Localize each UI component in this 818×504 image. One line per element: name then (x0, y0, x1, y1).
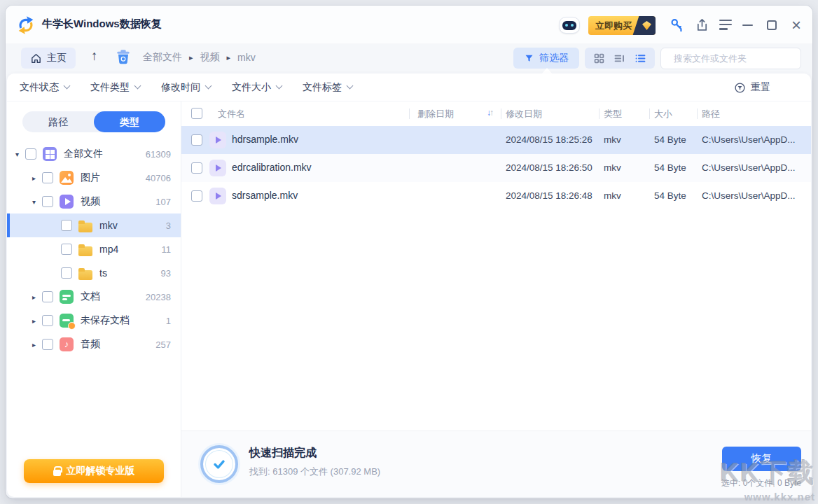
sidebar-tabs: 路径 类型 (22, 111, 165, 132)
column-header-type[interactable]: 类型 (604, 108, 622, 120)
column-header-modified-date[interactable]: 修改日期 (506, 108, 542, 120)
file-type: mkv (604, 162, 621, 173)
grid-view-icon[interactable] (592, 50, 607, 66)
scan-complete-check-icon (200, 445, 238, 483)
tree-item-label: 视频 (81, 195, 155, 208)
table-row[interactable]: hdrsample.mkv 2024/08/15 18:25:26 mkv 54… (181, 126, 811, 154)
selection-info: 选中: 0个文件, 0 Byte (721, 477, 801, 489)
checkbox[interactable] (61, 244, 72, 255)
scan-status-title: 快速扫描完成 (249, 446, 317, 461)
breadcrumb-mkv[interactable]: mkv (237, 52, 256, 63)
checkbox[interactable] (61, 267, 72, 279)
table-row[interactable]: sdrsample.mkv 2024/08/15 18:26:48 mkv 54… (181, 182, 811, 210)
breadcrumb-video[interactable]: 视频 (200, 51, 220, 64)
collapse-arrow-icon[interactable]: ▾ (32, 198, 42, 206)
checkbox[interactable] (42, 339, 53, 350)
tree-item-count: 257 (155, 340, 171, 350)
column-header-path[interactable]: 路径 (702, 108, 720, 120)
expand-arrow-icon[interactable]: ▸ (32, 174, 42, 182)
chevron-down-icon (64, 83, 71, 90)
tree-item-count: 20238 (146, 292, 171, 302)
checkbox[interactable] (191, 190, 202, 202)
filter-file-type[interactable]: 文件类型 (90, 81, 140, 94)
assistant-robot-icon[interactable] (558, 16, 581, 34)
collapse-arrow-icon[interactable]: ▾ (15, 150, 25, 158)
filter-file-status[interactable]: 文件状态 (20, 81, 69, 94)
column-divider (501, 108, 501, 119)
maximize-button[interactable] (763, 17, 780, 34)
tab-type[interactable]: 类型 (94, 111, 165, 132)
reset-icon (734, 82, 746, 94)
filter-modified-time[interactable]: 修改时间 (161, 81, 211, 94)
unlock-pro-button[interactable]: 立即解锁专业版 (24, 459, 164, 483)
filter-file-size[interactable]: 文件大小 (232, 81, 282, 94)
sidebar: 路径 类型 ▾ 全部文件 61309 ▸ 图片 (7, 102, 181, 497)
buy-now-button[interactable]: 立即购买 (588, 16, 656, 35)
minimize-button[interactable] (739, 17, 756, 34)
tree-item-all-files[interactable]: ▾ 全部文件 61309 (7, 142, 181, 166)
tree-item-count: 40706 (146, 173, 171, 183)
sort-icons[interactable]: ↓↑ (487, 108, 492, 118)
tree-item-audio[interactable]: ▸ 音频 257 (7, 332, 181, 356)
checkbox[interactable] (42, 315, 53, 326)
expand-arrow-icon[interactable]: ▸ (32, 317, 42, 325)
checkbox[interactable] (42, 291, 53, 302)
filter-label: 文件大小 (232, 81, 271, 94)
tree-item-count: 107 (155, 197, 171, 207)
tree-item-images[interactable]: ▸ 图片 40706 (7, 166, 181, 190)
share-icon[interactable] (695, 18, 710, 33)
list-view-icon[interactable] (612, 50, 628, 66)
menu-icon[interactable] (719, 20, 735, 35)
modified-date: 2024/08/15 18:26:48 (506, 190, 592, 201)
checkbox[interactable] (191, 134, 202, 146)
checkbox[interactable] (61, 220, 72, 231)
search-input[interactable] (674, 53, 797, 64)
go-up-icon[interactable]: ↑ (91, 48, 98, 64)
tree-item-mkv[interactable]: mkv 3 (7, 214, 181, 237)
checkbox[interactable] (42, 172, 53, 183)
recycle-bin-icon[interactable] (114, 48, 134, 69)
tree-item-mp4[interactable]: mp4 11 (7, 237, 181, 261)
detail-view-icon[interactable] (632, 50, 648, 66)
checkbox[interactable] (42, 196, 53, 207)
tree-item-video[interactable]: ▾ 视频 107 (7, 190, 181, 214)
app-window: 牛学长Windows数据恢复 立即购买 (6, 6, 812, 498)
checkbox[interactable] (25, 148, 36, 160)
table-row[interactable]: edrcalibration.mkv 2024/08/15 18:26:50 m… (181, 154, 811, 182)
column-header-size[interactable]: 大小 (654, 108, 672, 120)
reset-filters-button[interactable]: 重置 (734, 74, 770, 102)
close-button[interactable]: × (788, 17, 805, 34)
view-mode-toggle (585, 48, 655, 69)
expand-arrow-icon[interactable]: ▸ (32, 341, 42, 349)
tab-path[interactable]: 路径 (22, 111, 94, 132)
filter-file-tag[interactable]: 文件标签 (303, 81, 352, 94)
unsaved-document-type-icon (60, 314, 74, 328)
tree-item-documents[interactable]: ▸ 文档 20238 (7, 285, 181, 309)
toolbar: 主页 ↑ 全部文件 ▸ 视频 ▸ mkv (6, 43, 812, 73)
home-button[interactable]: 主页 (21, 48, 76, 69)
column-divider (649, 108, 650, 119)
filter-button[interactable]: 筛选器 (513, 48, 579, 69)
breadcrumb-separator-icon: ▸ (227, 53, 231, 62)
checkbox[interactable] (191, 162, 202, 174)
image-type-icon (60, 171, 74, 185)
breadcrumb-all-files[interactable]: 全部文件 (143, 51, 182, 64)
tree-item-label: mp4 (99, 244, 162, 255)
tree-item-ts[interactable]: ts 93 (7, 261, 181, 285)
tree-item-unsaved-documents[interactable]: ▸ 未保存文档 1 (7, 309, 181, 332)
table-header: 文件名 删除日期 ↓↑ 修改日期 类型 大小 路径 (181, 102, 811, 126)
filter-bar: 文件状态 文件类型 修改时间 文件大小 文件标签 (7, 74, 811, 102)
column-divider (697, 108, 698, 119)
select-all-checkbox[interactable] (191, 108, 202, 119)
file-name: sdrsample.mkv (232, 190, 298, 201)
modified-date: 2024/08/15 18:25:26 (506, 134, 592, 145)
content-panel: 文件状态 文件类型 修改时间 文件大小 文件标签 (7, 74, 811, 497)
expand-arrow-icon[interactable]: ▸ (32, 293, 42, 301)
column-header-deleted-date[interactable]: 删除日期 (417, 108, 454, 120)
column-header-name[interactable]: 文件名 (218, 108, 245, 120)
tree-item-label: 未保存文档 (81, 314, 166, 327)
tree-item-label: 图片 (81, 172, 146, 184)
recover-button[interactable]: 恢复 (722, 447, 801, 471)
register-key-icon[interactable] (669, 18, 684, 33)
tree-item-count: 11 (162, 244, 172, 255)
